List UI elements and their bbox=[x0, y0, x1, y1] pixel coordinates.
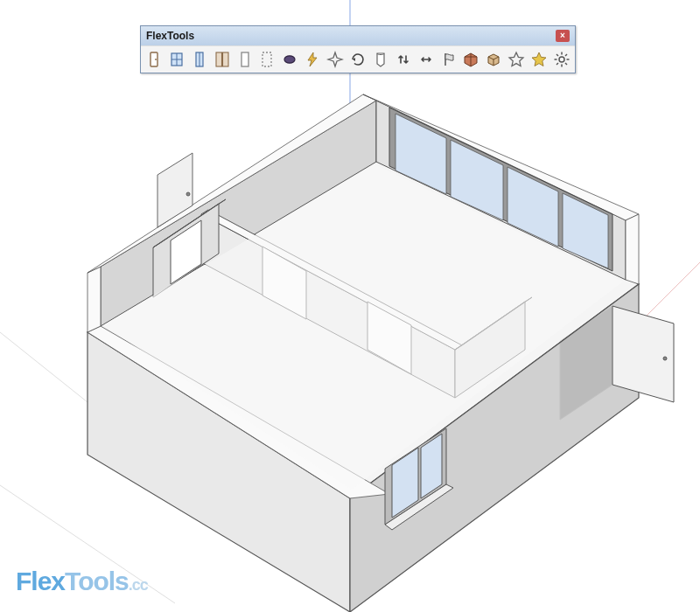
svg-point-40 bbox=[284, 56, 295, 63]
wall-cutter-icon[interactable] bbox=[460, 49, 481, 70]
toolbar-titlebar[interactable]: FlexTools × bbox=[141, 26, 575, 45]
flex-window-icon[interactable] bbox=[166, 49, 187, 70]
star-outline-icon[interactable] bbox=[506, 49, 527, 70]
watermark-bold: Flex bbox=[16, 567, 65, 595]
flex-double-door-icon[interactable] bbox=[212, 49, 233, 70]
svg-marker-42 bbox=[328, 52, 342, 66]
svg-line-59 bbox=[565, 54, 567, 56]
svg-line-58 bbox=[565, 63, 567, 65]
zap-icon[interactable] bbox=[302, 49, 323, 70]
watermark-suffix: .cc bbox=[129, 576, 148, 594]
svg-marker-51 bbox=[532, 52, 546, 66]
svg-point-20 bbox=[186, 192, 190, 196]
svg-line-57 bbox=[556, 54, 558, 56]
flex-panel-icon[interactable] bbox=[234, 49, 256, 70]
svg-marker-4 bbox=[626, 214, 639, 284]
watermark-rest: Tools bbox=[65, 567, 129, 595]
svg-rect-38 bbox=[242, 52, 248, 66]
flex-note-icon[interactable] bbox=[370, 49, 391, 70]
svg-point-30 bbox=[155, 59, 157, 60]
svg-marker-50 bbox=[509, 52, 523, 66]
svg-rect-39 bbox=[262, 52, 271, 66]
flex-blank-icon[interactable] bbox=[256, 49, 277, 70]
svg-rect-37 bbox=[222, 52, 228, 66]
watermark: FlexTools.cc bbox=[16, 567, 148, 596]
raise-lower-icon[interactable] bbox=[393, 49, 414, 70]
toolbar-buttons-row bbox=[141, 45, 575, 73]
svg-marker-1 bbox=[88, 267, 101, 332]
svg-line-60 bbox=[556, 63, 558, 65]
flex-lens-icon[interactable] bbox=[279, 49, 300, 70]
expand-icon[interactable] bbox=[416, 49, 437, 70]
toolbar-title-text: FlexTools bbox=[146, 30, 194, 42]
model-scene bbox=[0, 0, 700, 612]
box-tool-icon[interactable] bbox=[483, 49, 504, 70]
viewport-3d[interactable]: FlexTools × bbox=[0, 0, 700, 612]
flag-icon[interactable] bbox=[438, 49, 459, 70]
svg-point-52 bbox=[559, 57, 564, 62]
flextools-toolbar[interactable]: FlexTools × bbox=[140, 25, 576, 73]
svg-point-27 bbox=[663, 357, 667, 360]
close-icon[interactable]: × bbox=[556, 30, 570, 42]
refresh-icon[interactable] bbox=[347, 49, 368, 70]
svg-marker-41 bbox=[308, 52, 317, 66]
svg-marker-26 bbox=[612, 306, 674, 402]
sparkle-icon[interactable] bbox=[325, 49, 346, 70]
svg-rect-36 bbox=[216, 52, 222, 66]
gear-icon[interactable] bbox=[551, 49, 572, 70]
star-icon[interactable] bbox=[528, 49, 550, 70]
flex-glass-door-icon[interactable] bbox=[189, 49, 210, 70]
flex-door-icon[interactable] bbox=[144, 49, 164, 70]
